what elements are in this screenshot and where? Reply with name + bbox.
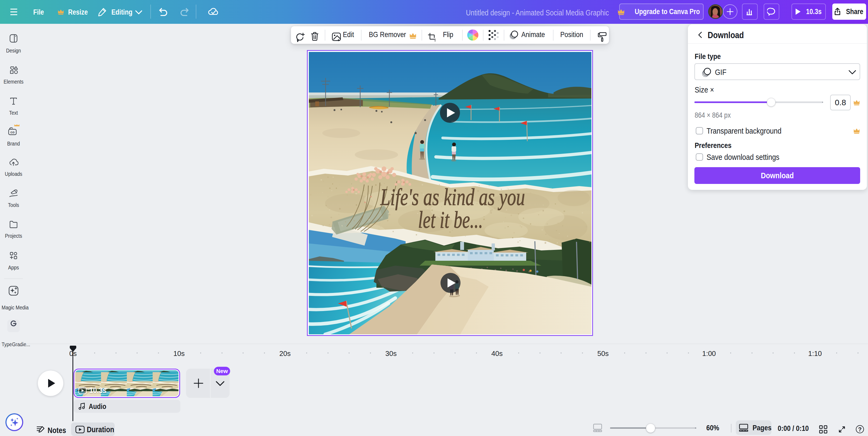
svg-text:let it be...: let it be... xyxy=(418,207,483,233)
svg-text:co: co xyxy=(10,130,14,134)
svg-text:Life's as kind as you: Life's as kind as you xyxy=(380,184,525,210)
